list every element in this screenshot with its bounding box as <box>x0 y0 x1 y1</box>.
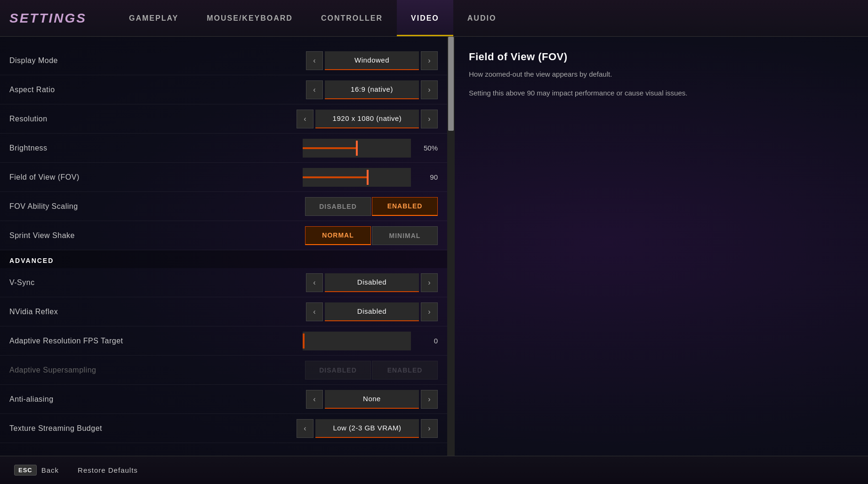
vsync-value: Disabled <box>325 273 419 292</box>
anti-aliasing-control: ‹ None › <box>306 390 438 409</box>
fov-value: 90 <box>417 173 438 181</box>
resolution-prev[interactable]: ‹ <box>297 110 313 128</box>
anti-aliasing-prev[interactable]: ‹ <box>306 390 323 409</box>
display-mode-value: Windowed <box>325 51 419 70</box>
info-title: Field of View (FOV) <box>469 51 854 63</box>
app-title: SETTINGS <box>9 11 87 26</box>
display-mode-label: Display Mode <box>9 56 306 65</box>
adaptive-super-toggle: Disabled Enabled <box>305 361 438 380</box>
nvidia-reflex-control: ‹ Disabled › <box>306 302 438 321</box>
setting-vsync: V-Sync ‹ Disabled › <box>0 268 447 297</box>
fov-label: Field of View (FOV) <box>9 173 303 182</box>
display-mode-prev[interactable]: ‹ <box>306 51 323 70</box>
fov-track[interactable] <box>303 168 411 187</box>
tab-mouse-keyboard[interactable]: MOUSE/KEYBOARD <box>193 0 307 36</box>
nvidia-reflex-next[interactable]: › <box>421 302 438 321</box>
resolution-control: ‹ 1920 x 1080 (native) › <box>297 110 438 128</box>
restore-defaults-button[interactable]: Restore Defaults <box>78 466 138 474</box>
adaptive-res-track[interactable] <box>303 332 411 350</box>
back-button[interactable]: ESC Back <box>14 465 59 476</box>
fov-scaling-enabled[interactable]: Enabled <box>372 197 438 216</box>
nvidia-reflex-label: NVidia Reflex <box>9 308 306 316</box>
display-mode-next[interactable]: › <box>421 51 438 70</box>
setting-anti-aliasing: Anti-aliasing ‹ None › <box>0 385 447 414</box>
anti-aliasing-label: Anti-aliasing <box>9 395 306 404</box>
fov-control: 90 <box>303 168 438 187</box>
sprint-view-shake-toggle: Normal Minimal <box>305 226 438 245</box>
display-mode-control: ‹ Windowed › <box>306 51 438 70</box>
vsync-control: ‹ Disabled › <box>306 273 438 292</box>
header: SETTINGS GAMEPLAY MOUSE/KEYBOARD CONTROL… <box>0 0 868 37</box>
back-key: ESC <box>14 465 37 476</box>
setting-aspect-ratio: Aspect Ratio ‹ 16:9 (native) › <box>0 75 447 104</box>
nvidia-reflex-value: Disabled <box>325 302 419 321</box>
setting-adaptive-res: Adaptive Resolution FPS Target 0 <box>0 326 447 356</box>
fov-scaling-toggle: Disabled Enabled <box>305 197 438 216</box>
resolution-value: 1920 x 1080 (native) <box>315 110 419 128</box>
aspect-ratio-value: 16:9 (native) <box>325 80 419 99</box>
setting-sprint-view-shake: Sprint View Shake Normal Minimal <box>0 221 447 250</box>
anti-aliasing-next[interactable]: › <box>421 390 438 409</box>
restore-defaults-label: Restore Defaults <box>78 466 138 474</box>
vsync-prev[interactable]: ‹ <box>306 273 323 292</box>
aspect-ratio-label: Aspect Ratio <box>9 86 306 94</box>
brightness-value: 50% <box>417 144 438 152</box>
vsync-next[interactable]: › <box>421 273 438 292</box>
texture-streaming-prev[interactable]: ‹ <box>297 419 313 438</box>
texture-streaming-label: Texture Streaming Budget <box>9 424 297 433</box>
scrollbar-thumb[interactable] <box>448 37 454 131</box>
setting-fov-scaling: FOV Ability Scaling Disabled Enabled <box>0 192 447 221</box>
sprint-view-shake-minimal[interactable]: Minimal <box>372 226 438 245</box>
info-desc-1: How zoomed-out the view appears by defau… <box>469 69 854 80</box>
setting-texture-streaming: Texture Streaming Budget ‹ Low (2-3 GB V… <box>0 414 447 443</box>
aspect-ratio-control: ‹ 16:9 (native) › <box>306 80 438 99</box>
scrollbar[interactable] <box>447 37 455 456</box>
setting-resolution: Resolution ‹ 1920 x 1080 (native) › <box>0 104 447 134</box>
vsync-label: V-Sync <box>9 278 306 287</box>
tab-gameplay[interactable]: GAMEPLAY <box>115 0 193 36</box>
setting-display-mode: Display Mode ‹ Windowed › <box>0 46 447 75</box>
brightness-track[interactable] <box>303 139 411 158</box>
info-panel: Field of View (FOV) How zoomed-out the v… <box>455 37 868 456</box>
texture-streaming-control: ‹ Low (2-3 GB VRAM) › <box>297 419 438 438</box>
anti-aliasing-value: None <box>325 390 419 409</box>
aspect-ratio-prev[interactable]: ‹ <box>306 80 323 99</box>
tab-video[interactable]: VIDEO <box>397 0 453 36</box>
fov-scaling-disabled[interactable]: Disabled <box>305 197 371 216</box>
adaptive-res-value: 0 <box>417 337 438 345</box>
adaptive-super-enabled: Enabled <box>372 361 438 380</box>
info-desc-2: Setting this above 90 may impact perform… <box>469 87 854 99</box>
brightness-label: Brightness <box>9 144 303 152</box>
fov-scaling-label: FOV Ability Scaling <box>9 202 305 211</box>
tab-controller[interactable]: CONTROLLER <box>307 0 397 36</box>
resolution-label: Resolution <box>9 115 297 123</box>
texture-streaming-next[interactable]: › <box>421 419 438 438</box>
footer: ESC Back Restore Defaults <box>0 456 868 484</box>
texture-streaming-value: Low (2-3 GB VRAM) <box>315 419 419 438</box>
setting-nvidia-reflex: NVidia Reflex ‹ Disabled › <box>0 297 447 326</box>
setting-fov: Field of View (FOV) 90 <box>0 163 447 192</box>
advanced-section-header: ADVANCED <box>0 250 447 268</box>
resolution-next[interactable]: › <box>421 110 438 128</box>
setting-adaptive-super: Adaptive Supersampling Disabled Enabled <box>0 356 447 385</box>
sprint-view-shake-label: Sprint View Shake <box>9 231 305 240</box>
main-content: Display Mode ‹ Windowed › Aspect Ratio ‹… <box>0 37 868 456</box>
adaptive-res-control: 0 <box>303 332 438 350</box>
aspect-ratio-next[interactable]: › <box>421 80 438 99</box>
adaptive-res-label: Adaptive Resolution FPS Target <box>9 337 303 345</box>
adaptive-super-disabled: Disabled <box>305 361 371 380</box>
brightness-control: 50% <box>303 139 438 158</box>
settings-panel: Display Mode ‹ Windowed › Aspect Ratio ‹… <box>0 37 447 456</box>
nav-tabs: GAMEPLAY MOUSE/KEYBOARD CONTROLLER VIDEO… <box>115 0 510 36</box>
nvidia-reflex-prev[interactable]: ‹ <box>306 302 323 321</box>
tab-audio[interactable]: AUDIO <box>453 0 511 36</box>
adaptive-super-label: Adaptive Supersampling <box>9 366 305 374</box>
setting-brightness: Brightness 50% <box>0 134 447 163</box>
sprint-view-shake-normal[interactable]: Normal <box>305 226 371 245</box>
back-label: Back <box>41 466 59 474</box>
